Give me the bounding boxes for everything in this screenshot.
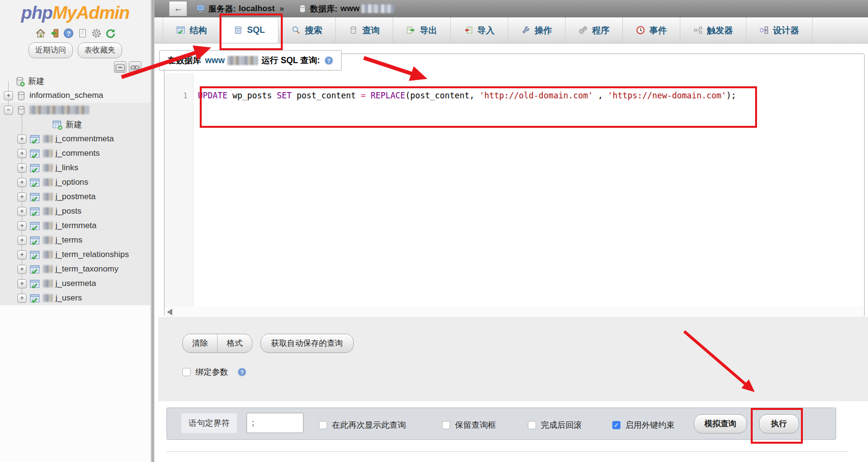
tree-item-label: j_termmeta bbox=[55, 221, 96, 231]
tree-item-label: j_terms bbox=[55, 235, 83, 245]
tree-item-label: information_schema bbox=[29, 91, 103, 100]
bind-parameters-label: 绑定参数 bbox=[195, 367, 228, 378]
settings-icon[interactable] bbox=[91, 28, 102, 39]
sql-token-keyword: REPLACE bbox=[371, 91, 405, 100]
redacted-prefix bbox=[43, 280, 53, 287]
table-icon bbox=[29, 149, 40, 158]
help-icon[interactable]: ? bbox=[324, 56, 333, 65]
sidebar-item-table-terms[interactable]: +j_terms bbox=[0, 233, 151, 247]
sidebar-item-table-options[interactable]: +j_options bbox=[0, 175, 151, 190]
expand-icon[interactable]: + bbox=[4, 91, 13, 100]
checkbox-retain-query-box[interactable] bbox=[442, 421, 450, 429]
db-link[interactable]: www bbox=[340, 4, 359, 14]
svg-text:?: ? bbox=[327, 57, 331, 63]
expand-icon[interactable]: + bbox=[17, 294, 27, 303]
expand-icon[interactable]: + bbox=[17, 221, 27, 231]
tab-search[interactable]: 搜索 bbox=[278, 17, 336, 43]
redacted-prefix bbox=[43, 294, 53, 302]
db-icon bbox=[16, 91, 27, 100]
docs-icon[interactable] bbox=[77, 28, 88, 39]
back-button[interactable]: ← bbox=[169, 1, 187, 16]
expand-icon[interactable]: + bbox=[17, 207, 27, 216]
sql-token-plain: post_content bbox=[292, 91, 361, 100]
expand-icon[interactable]: + bbox=[17, 279, 27, 288]
expand-icon[interactable]: + bbox=[17, 149, 27, 158]
events-icon bbox=[636, 26, 645, 35]
format-button[interactable]: 格式 bbox=[217, 334, 252, 353]
tab-structure[interactable]: 结构 bbox=[163, 17, 220, 43]
exit-icon[interactable] bbox=[49, 28, 60, 39]
legend-db-link[interactable]: www bbox=[205, 55, 225, 66]
delimiter-input[interactable] bbox=[247, 413, 303, 433]
table-icon bbox=[29, 206, 40, 216]
sidebar-item-table-term-relationships[interactable]: +j_term_relationships bbox=[0, 247, 151, 262]
sidebar-item-table-comments[interactable]: +j_comments bbox=[0, 146, 151, 161]
logo-myadmin: MyAdmin bbox=[53, 3, 130, 23]
refresh-icon[interactable] bbox=[105, 28, 116, 39]
sidebar-item-table-termmeta[interactable]: +j_termmeta bbox=[0, 218, 151, 233]
checkbox-rollback-after[interactable] bbox=[528, 421, 536, 429]
tab-export[interactable]: 导出 bbox=[393, 17, 451, 43]
expand-icon[interactable]: + bbox=[17, 135, 27, 144]
tree-item-label: j_postmeta bbox=[55, 192, 96, 202]
bind-parameters-checkbox[interactable] bbox=[182, 368, 191, 376]
checkbox-fk-checks[interactable]: ✓ bbox=[612, 421, 620, 429]
tab-label: 操作 bbox=[535, 25, 552, 36]
tab-triggers[interactable]: 触发器 bbox=[680, 17, 746, 43]
clear-button[interactable]: 清除 bbox=[183, 334, 217, 353]
phpmyadmin-logo[interactable]: phpMyAdmin bbox=[0, 3, 151, 23]
link-panel-icon[interactable] bbox=[129, 61, 141, 73]
table-icon bbox=[29, 264, 40, 274]
sql-editor-line[interactable]: UPDATE wp_posts SET post_content = REPLA… bbox=[198, 91, 736, 100]
sidebar-item-table-posts[interactable]: +j_posts bbox=[0, 204, 151, 218]
editor-hscrollbar[interactable] bbox=[165, 307, 864, 317]
expand-icon[interactable]: + bbox=[17, 250, 27, 259]
sql-icon bbox=[234, 26, 243, 35]
svg-text:?: ? bbox=[66, 30, 70, 37]
tree-item-label: j_usermeta bbox=[55, 279, 96, 288]
sidebar-item-table-commentmeta[interactable]: +j_commentmeta bbox=[0, 132, 151, 146]
scroll-left-icon[interactable] bbox=[167, 309, 172, 315]
table-new-icon bbox=[52, 120, 63, 129]
expand-icon[interactable]: + bbox=[17, 236, 27, 245]
sidebar-item-table-links[interactable]: +j_links bbox=[0, 161, 151, 175]
sidebar-item-table-postmeta[interactable]: +j_postmeta bbox=[0, 190, 151, 204]
checkbox-show-query-again[interactable] bbox=[319, 421, 327, 429]
get-auto-saved-query-button[interactable]: 获取自动保存的查询 bbox=[261, 334, 354, 353]
sidebar-resize-divider[interactable] bbox=[151, 0, 154, 462]
simulate-query-button[interactable]: 模拟查询 bbox=[694, 414, 747, 434]
tab-events[interactable]: 事件 bbox=[623, 17, 680, 43]
sidebar-button-favorites[interactable]: 表收藏夹 bbox=[78, 42, 122, 58]
sidebar-item-information-schema[interactable]: +information_schema bbox=[0, 88, 151, 103]
collapse-panel-icon[interactable] bbox=[114, 61, 126, 73]
triggers-icon bbox=[693, 26, 703, 35]
expand-icon[interactable]: + bbox=[17, 192, 27, 202]
server-link[interactable]: localhost bbox=[239, 4, 275, 14]
help-icon[interactable]: ? bbox=[63, 28, 74, 39]
redacted-db-name bbox=[227, 56, 258, 65]
sidebar-item-table-term-taxonomy[interactable]: +j_term_taxonomy bbox=[0, 262, 151, 276]
tree-item-label: 新建 bbox=[28, 76, 44, 87]
sidebar-item-table-users[interactable]: +j_users bbox=[0, 291, 151, 305]
sidebar-item-new-database[interactable]: 新建 bbox=[0, 74, 151, 88]
sidebar-item-table-usermeta[interactable]: +j_usermeta bbox=[0, 276, 151, 291]
expand-icon[interactable]: + bbox=[17, 265, 27, 274]
collapse-icon[interactable]: − bbox=[4, 106, 13, 115]
tab-import[interactable]: 导入 bbox=[451, 17, 508, 43]
expand-icon[interactable]: + bbox=[17, 178, 27, 187]
tab-sql[interactable]: SQL bbox=[220, 17, 278, 43]
tab-operations[interactable]: 操作 bbox=[508, 17, 565, 43]
sidebar-item-new-table[interactable]: 新建 bbox=[0, 117, 151, 132]
help-icon[interactable]: ? bbox=[237, 367, 247, 377]
db-icon bbox=[16, 105, 27, 115]
sidebar-item-current-database[interactable]: − bbox=[0, 103, 151, 117]
option-label: 启用外键约束 bbox=[625, 420, 675, 431]
execute-button[interactable]: 执行 bbox=[759, 414, 799, 434]
tab-routines[interactable]: 程序 bbox=[565, 17, 623, 43]
bind-parameters-row: 绑定参数 ? bbox=[182, 367, 247, 378]
tab-query[interactable]: 查询 bbox=[336, 17, 393, 43]
expand-icon[interactable]: + bbox=[17, 163, 27, 173]
tab-designer[interactable]: 设计器 bbox=[746, 17, 813, 43]
home-icon[interactable] bbox=[35, 28, 46, 39]
sidebar-button-recent[interactable]: 近期访问 bbox=[28, 42, 73, 58]
